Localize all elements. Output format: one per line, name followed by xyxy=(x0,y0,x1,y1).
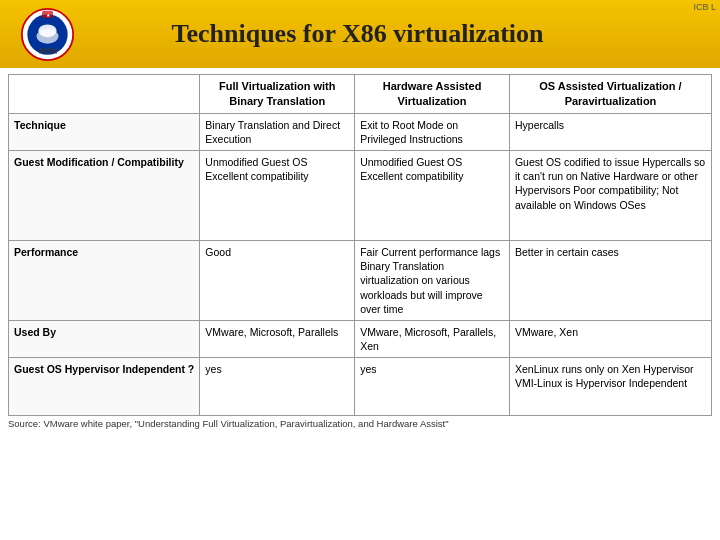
row-3-col3: VMware, Xen xyxy=(509,320,711,357)
col-header-2: Hardware Assisted Virtualization xyxy=(355,75,510,114)
row-2-col3: Better in certain cases xyxy=(509,241,711,321)
row-2-col2: Fair Current performance lags Binary Tra… xyxy=(355,241,510,321)
header: 高级别 ★ Techniques for X86 virtualization … xyxy=(0,0,720,68)
row-4-col2: yes xyxy=(355,358,510,416)
row-0-col3: Hypercalls xyxy=(509,113,711,150)
row-3-col1: VMware, Microsoft, Parallels xyxy=(200,320,355,357)
row-label-4: Guest OS Hypervisor Independent ? xyxy=(9,358,200,416)
table-row: Performance Good Fair Current performanc… xyxy=(9,241,712,321)
row-3-col2: VMware, Microsoft, Parallels, Xen xyxy=(355,320,510,357)
page-title: Techniques for X86 virtualization xyxy=(15,19,700,49)
row-label-2: Performance xyxy=(9,241,200,321)
comparison-table: Full Virtualization with Binary Translat… xyxy=(8,74,712,416)
row-2-col1: Good xyxy=(200,241,355,321)
table-header-row: Full Virtualization with Binary Translat… xyxy=(9,75,712,114)
row-label-1: Guest Modification / Compatibility xyxy=(9,151,200,241)
row-4-col3: XenLinux runs only on Xen Hypervisor VMI… xyxy=(509,358,711,416)
table-row: Guest OS Hypervisor Independent ? yes ye… xyxy=(9,358,712,416)
col-header-0 xyxy=(9,75,200,114)
col-header-3: OS Assisted Virtualization / Paravirtual… xyxy=(509,75,711,114)
corner-label: ICB L xyxy=(693,2,716,12)
row-1-col1: Unmodified Guest OS Excellent compatibil… xyxy=(200,151,355,241)
row-label-0: Technique xyxy=(9,113,200,150)
table-row: Used By VMware, Microsoft, Parallels VMw… xyxy=(9,320,712,357)
row-0-col1: Binary Translation and Direct Execution xyxy=(200,113,355,150)
row-0-col2: Exit to Root Mode on Privileged Instruct… xyxy=(355,113,510,150)
col-header-1: Full Virtualization with Binary Translat… xyxy=(200,75,355,114)
table-row: Technique Binary Translation and Direct … xyxy=(9,113,712,150)
row-label-3: Used By xyxy=(9,320,200,357)
row-1-col2: Unmodified Guest OS Excellent compatibil… xyxy=(355,151,510,241)
row-4-col1: yes xyxy=(200,358,355,416)
row-1-col3: Guest OS codified to issue Hypercalls so… xyxy=(509,151,711,241)
table-wrapper: Full Virtualization with Binary Translat… xyxy=(0,68,720,416)
table-row: Guest Modification / Compatibility Unmod… xyxy=(9,151,712,241)
footer-note: Source: VMware white paper, "Understandi… xyxy=(0,416,720,431)
